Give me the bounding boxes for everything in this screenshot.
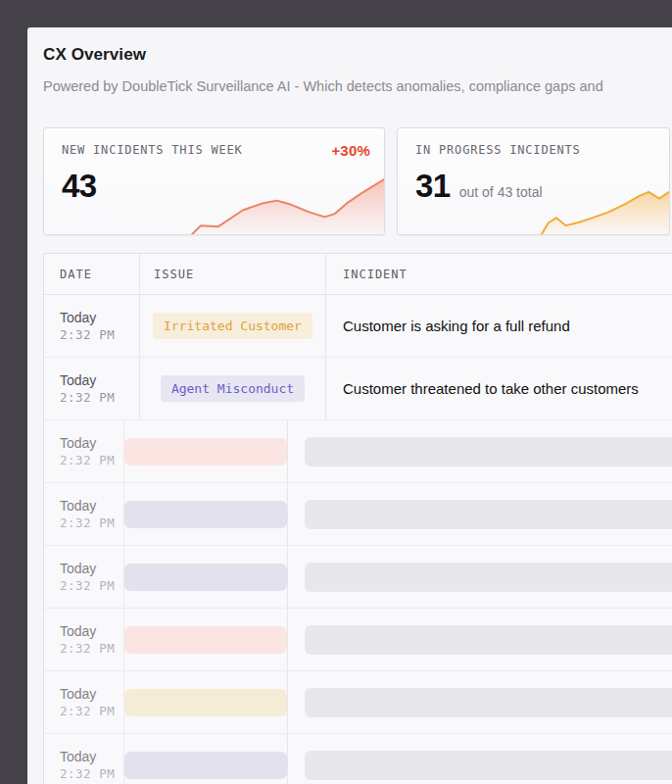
issue-placeholder: [124, 689, 287, 716]
date-label: Today: [60, 372, 139, 389]
incident-placeholder: [305, 500, 672, 529]
incident-cell: [288, 483, 672, 545]
time-label: 2:32 PM: [60, 765, 123, 782]
date-label: Today: [60, 310, 139, 326]
incident-text: Customer is asking for a full refund: [343, 318, 570, 334]
issue-badge: Irritated Customer: [153, 313, 312, 339]
table-row[interactable]: Today 2:32 PM: [44, 546, 672, 609]
table-body: Today 2:32 PM Irritated Customer Custome…: [44, 295, 672, 784]
issue-cell: [124, 546, 288, 608]
stat-delta-badge: +30%: [331, 142, 370, 159]
time-label: 2:32 PM: [60, 577, 123, 594]
time-label: 2:32 PM: [60, 514, 123, 531]
date-label: Today: [60, 561, 123, 577]
issue-placeholder: [124, 752, 287, 779]
date-label: Today: [60, 686, 123, 703]
page-subtitle: Powered by DoubleTick Surveillance AI - …: [43, 78, 603, 94]
issue-cell: [124, 420, 288, 482]
table-row[interactable]: Today 2:32 PM: [44, 420, 672, 483]
time-label: 2:32 PM: [60, 389, 139, 406]
screen: CX Overview Powered by DoubleTick Survei…: [0, 0, 672, 784]
incident-cell: [288, 420, 672, 482]
time-label: 2:32 PM: [60, 640, 123, 657]
issue-badge: Agent Misconduct: [161, 375, 305, 402]
table-row[interactable]: Today 2:32 PM: [44, 483, 672, 546]
time-label: 2:32 PM: [60, 703, 123, 719]
incident-placeholder: [305, 563, 672, 592]
incident-text: Customer threatened to take other custom…: [343, 380, 639, 397]
issue-placeholder: [124, 438, 287, 466]
issue-placeholder: [124, 501, 287, 528]
date-cell: Today 2:32 PM: [44, 671, 124, 733]
date-cell: Today 2:32 PM: [44, 546, 124, 608]
issue-cell: [124, 609, 288, 670]
table-row[interactable]: Today 2:32 PM Irritated Customer Custome…: [44, 295, 672, 358]
page-title: CX Overview: [43, 45, 146, 65]
issue-placeholder: [124, 564, 287, 591]
issue-cell: [124, 483, 288, 545]
stat-cards: NEW INCIDENTS THIS WEEK +30% 43 IN PROGR…: [43, 127, 670, 235]
table-row[interactable]: Today 2:32 PM: [44, 671, 672, 734]
stat-label: NEW INCIDENTS THIS WEEK: [62, 143, 243, 157]
date-label: Today: [60, 435, 123, 452]
incident-placeholder: [305, 751, 672, 780]
stat-card-new-incidents: NEW INCIDENTS THIS WEEK +30% 43: [43, 127, 385, 235]
column-header-incident: INCIDENT: [326, 254, 672, 294]
table-row[interactable]: Today 2:32 PM Agent Misconduct Customer …: [44, 358, 672, 420]
date-label: Today: [60, 749, 123, 765]
incident-cell: [288, 609, 672, 670]
stat-value: 43: [62, 170, 97, 202]
incident-cell: [288, 671, 672, 733]
incident-placeholder: [305, 688, 672, 717]
table-header: DATE ISSUE INCIDENT: [44, 254, 672, 295]
table-row[interactable]: Today 2:32 PM: [44, 734, 672, 784]
incident-cell: Customer threatened to take other custom…: [326, 358, 672, 419]
stat-card-in-progress: IN PROGRESS INCIDENTS 31 out of 43 total: [397, 127, 670, 235]
stat-value-row: 31 out of 43 total: [415, 170, 543, 202]
incidents-table: DATE ISSUE INCIDENT Today 2:32 PM Irrita…: [43, 253, 672, 784]
date-cell: Today 2:32 PM: [44, 483, 124, 545]
issue-cell: Irritated Customer: [140, 295, 326, 357]
date-cell: Today 2:32 PM: [44, 358, 140, 419]
time-label: 2:32 PM: [60, 326, 139, 343]
date-label: Today: [60, 623, 123, 640]
cx-overview-panel: CX Overview Powered by DoubleTick Survei…: [27, 27, 672, 784]
stat-label: IN PROGRESS INCIDENTS: [415, 143, 581, 157]
incident-cell: [288, 734, 672, 784]
date-cell: Today 2:32 PM: [44, 734, 124, 784]
date-cell: Today 2:32 PM: [44, 420, 124, 482]
stat-suffix: out of 43 total: [459, 184, 543, 200]
date-label: Today: [60, 498, 123, 514]
incident-placeholder: [305, 625, 672, 655]
column-header-date: DATE: [44, 254, 140, 294]
stat-value: 31: [415, 170, 451, 202]
issue-cell: [124, 671, 288, 733]
table-row[interactable]: Today 2:32 PM: [44, 609, 672, 671]
column-header-issue: ISSUE: [140, 254, 326, 294]
issue-placeholder: [124, 626, 287, 654]
date-cell: Today 2:32 PM: [44, 295, 140, 357]
date-cell: Today 2:32 PM: [44, 609, 124, 670]
incident-cell: Customer is asking for a full refund: [326, 295, 672, 357]
issue-cell: [124, 734, 288, 784]
incident-cell: [288, 546, 672, 608]
time-label: 2:32 PM: [60, 452, 123, 468]
incident-placeholder: [305, 437, 672, 466]
issue-cell: Agent Misconduct: [140, 358, 326, 419]
